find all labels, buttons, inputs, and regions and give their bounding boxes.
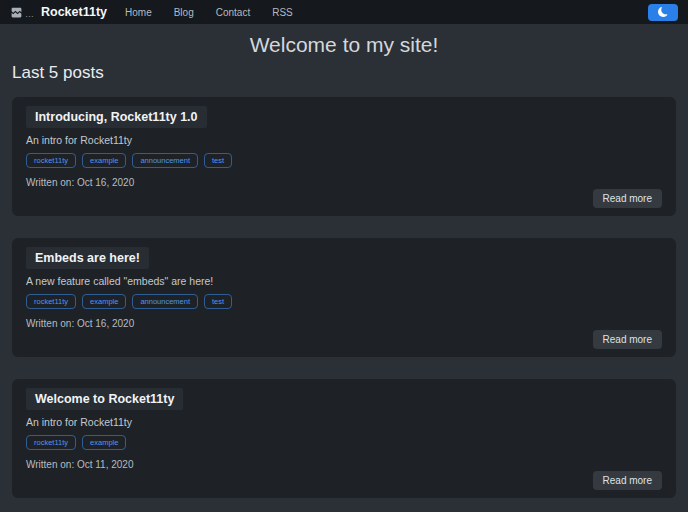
- tag-example[interactable]: example: [82, 153, 126, 168]
- post-title-link[interactable]: Introducing, Rocket11ty 1.0: [26, 106, 207, 128]
- post-description: An intro for Rocket11ty: [26, 416, 662, 428]
- post-date: Written on: Oct 16, 2020: [26, 177, 662, 188]
- tag-test[interactable]: test: [204, 153, 232, 168]
- theme-toggle-button[interactable]: [648, 4, 678, 21]
- nav-links: Home Blog Contact RSS: [125, 7, 293, 18]
- post-tags: rocket11ty example: [26, 435, 662, 450]
- post-date: Written on: Oct 11, 2020: [26, 459, 662, 470]
- nav-link-contact[interactable]: Contact: [216, 7, 250, 18]
- tag-rocket11ty[interactable]: rocket11ty: [26, 435, 76, 450]
- post-description: An intro for Rocket11ty: [26, 134, 662, 146]
- post-date: Written on: Oct 16, 2020: [26, 318, 662, 329]
- read-more-button[interactable]: Read more: [593, 471, 662, 490]
- post-description: A new feature called "embeds" are here!: [26, 275, 662, 287]
- post-tags: rocket11ty example announcement test: [26, 153, 662, 168]
- post-card: Embeds are here! A new feature called "e…: [12, 238, 676, 357]
- brand-image-alt: …: [25, 10, 34, 19]
- tag-example[interactable]: example: [82, 294, 126, 309]
- tag-announcement[interactable]: announcement: [132, 294, 198, 309]
- brand-label: Rocket11ty: [41, 5, 107, 19]
- read-more-button[interactable]: Read more: [593, 330, 662, 349]
- card-actions: Read more: [26, 329, 662, 349]
- tag-example[interactable]: example: [82, 435, 126, 450]
- tag-rocket11ty[interactable]: rocket11ty: [26, 294, 76, 309]
- card-actions: Read more: [26, 188, 662, 208]
- posts-section: Last 5 posts Introducing, Rocket11ty 1.0…: [0, 63, 688, 498]
- card-actions: Read more: [26, 470, 662, 490]
- post-title-link[interactable]: Embeds are here!: [26, 247, 149, 269]
- brand-link[interactable]: … Rocket11ty: [10, 5, 107, 19]
- tag-rocket11ty[interactable]: rocket11ty: [26, 153, 76, 168]
- post-title-link[interactable]: Welcome to Rocket11ty: [26, 388, 183, 410]
- nav-link-blog[interactable]: Blog: [174, 7, 194, 18]
- page-title: Welcome to my site!: [0, 33, 688, 57]
- broken-image-icon: [10, 6, 23, 19]
- post-card: Welcome to Rocket11ty An intro for Rocke…: [12, 379, 676, 498]
- read-more-button[interactable]: Read more: [593, 189, 662, 208]
- moon-icon: [658, 7, 668, 17]
- tag-test[interactable]: test: [204, 294, 232, 309]
- nav-link-rss[interactable]: RSS: [272, 7, 293, 18]
- section-title: Last 5 posts: [12, 63, 676, 83]
- nav-link-home[interactable]: Home: [125, 7, 152, 18]
- post-tags: rocket11ty example announcement test: [26, 294, 662, 309]
- tag-announcement[interactable]: announcement: [132, 153, 198, 168]
- post-card: Introducing, Rocket11ty 1.0 An intro for…: [12, 97, 676, 216]
- navbar: … Rocket11ty Home Blog Contact RSS: [0, 0, 688, 24]
